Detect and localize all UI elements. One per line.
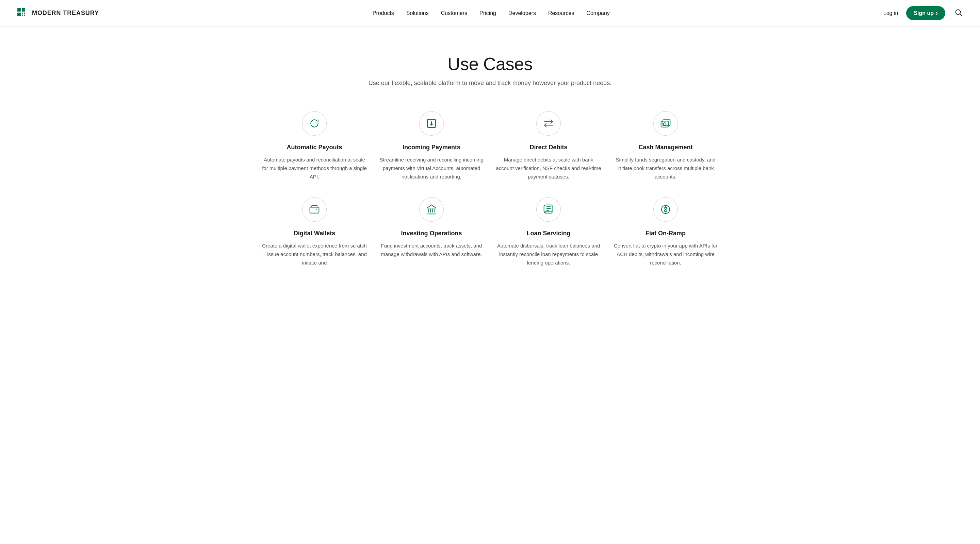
investing-operations-desc: Fund investment accounts, track assets, … [379,242,485,259]
nav-resources[interactable]: Resources [548,10,574,16]
cash-management-desc: Simplify funds segregation and custody, … [612,156,719,181]
page-title: Use Cases [261,54,719,74]
nav-company[interactable]: Company [586,10,609,16]
cash-management-title: Cash Management [638,144,692,151]
page-heading: Use Cases [261,54,719,74]
download-box-icon [426,118,437,129]
card-digital-wallets: Digital Wallets Create a digital wallet … [261,197,368,267]
svg-rect-1 [18,8,21,11]
log-in-button[interactable]: Log in [883,10,898,16]
logo-link[interactable]: MODERN TREASURY [16,7,99,19]
loan-servicing-desc: Automate disbursals, track loan balances… [495,242,601,267]
nav-customers[interactable]: Customers [441,10,467,16]
svg-rect-4 [22,13,23,14]
card-incoming-payments: Incoming Payments Streamline receiving a… [379,111,485,181]
incoming-payments-icon-circle [419,111,444,136]
direct-debits-desc: Manage direct debits at scale with bank … [495,156,601,181]
digital-wallets-icon-circle [302,197,327,222]
nav-pricing[interactable]: Pricing [479,10,496,16]
automatic-payouts-icon-circle [302,111,327,136]
sign-up-button[interactable]: Sign up › [906,6,945,20]
card-cash-management: Cash Management Simplify funds segregati… [612,111,719,181]
dollar-circle-icon [660,204,671,215]
fiat-on-ramp-desc: Convert fiat to crypto in your app with … [612,242,719,267]
wallet-icon [309,204,320,215]
main-content: Use Cases Use our flexible, scalable pla… [245,27,735,288]
page-subtitle: Use our flexible, scalable platform to m… [261,79,719,87]
svg-line-9 [959,14,962,16]
incoming-payments-title: Incoming Payments [402,144,460,151]
site-header: MODERN TREASURY Products Solutions Custo… [0,0,980,27]
svg-rect-2 [22,8,25,11]
direct-debits-title: Direct Debits [530,144,567,151]
loan-servicing-icon-circle [536,197,561,222]
automatic-payouts-desc: Automate payouts and reconciliation at s… [261,156,368,181]
nav-developers[interactable]: Developers [508,10,536,16]
nav-products[interactable]: Products [372,10,394,16]
card-fiat-on-ramp: Fiat On-Ramp Convert fiat to crypto in y… [612,197,719,267]
sign-up-label: Sign up [914,10,934,16]
cash-management-icon-circle [653,111,678,136]
svg-rect-3 [18,13,21,16]
use-cases-grid: Automatic Payouts Automate payouts and r… [261,111,719,267]
fiat-on-ramp-icon-circle [653,197,678,222]
sign-up-arrow: › [936,10,938,17]
investing-operations-title: Investing Operations [401,230,462,237]
main-nav: Products Solutions Customers Pricing Dev… [372,10,610,16]
bank-icon [426,204,437,215]
automatic-payouts-title: Automatic Payouts [286,144,342,151]
svg-rect-7 [24,14,25,16]
card-loan-servicing: Loan Servicing Automate disbursals, trac… [495,197,601,267]
digital-wallets-desc: Create a digital wallet experience from … [261,242,368,267]
digital-wallets-title: Digital Wallets [294,230,335,237]
svg-point-16 [663,123,666,125]
svg-marker-23 [427,205,436,208]
header-actions: Log in Sign up › [883,6,964,20]
loan-servicing-title: Loan Servicing [527,230,570,237]
nav-solutions[interactable]: Solutions [406,10,429,16]
svg-point-17 [316,209,317,211]
fiat-on-ramp-title: Fiat On-Ramp [646,230,686,237]
logo-icon [16,7,29,19]
logo-text: MODERN TREASURY [32,10,99,17]
svg-rect-14 [661,121,668,127]
svg-rect-6 [22,14,23,16]
refresh-icon [309,118,320,129]
search-icon [955,9,962,16]
search-button[interactable] [953,8,964,19]
card-automatic-payouts: Automatic Payouts Automate payouts and r… [261,111,368,181]
svg-rect-5 [24,13,25,14]
book-icon [543,204,554,215]
card-investing-operations: Investing Operations Fund investment acc… [379,197,485,267]
direct-debits-icon-circle [536,111,561,136]
camera-stack-icon [660,118,671,129]
transfer-icon [543,118,554,129]
incoming-payments-desc: Streamline receiving and reconciling inc… [379,156,485,181]
investing-operations-icon-circle [419,197,444,222]
card-direct-debits: Direct Debits Manage direct debits at sc… [495,111,601,181]
